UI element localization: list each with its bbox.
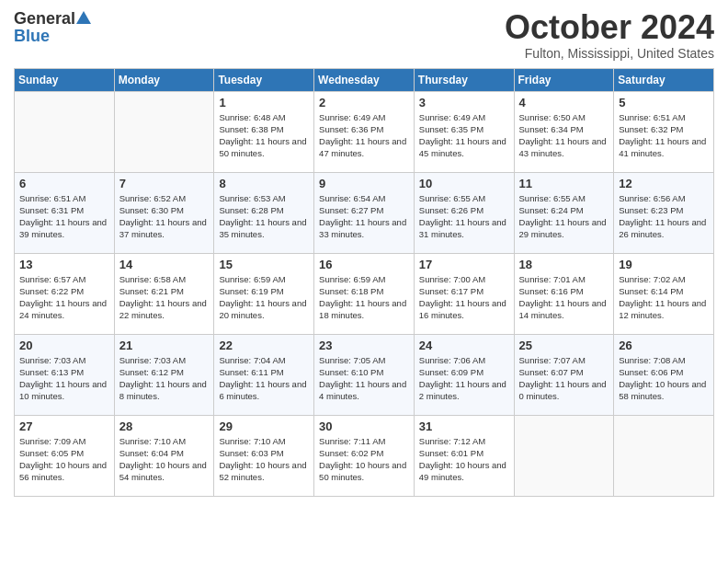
calendar-cell: 20Sunrise: 7:03 AM Sunset: 6:13 PM Dayli…	[15, 334, 115, 415]
day-info: Sunrise: 6:59 AM Sunset: 6:18 PM Dayligh…	[319, 273, 409, 322]
day-number: 19	[619, 258, 709, 271]
day-number: 6	[19, 177, 109, 190]
page-header: General Blue October 2024 Fulton, Missis…	[14, 9, 714, 61]
calendar-week-row: 20Sunrise: 7:03 AM Sunset: 6:13 PM Dayli…	[15, 334, 714, 415]
day-info: Sunrise: 6:57 AM Sunset: 6:22 PM Dayligh…	[19, 273, 109, 322]
location: Fulton, Mississippi, United States	[505, 46, 714, 61]
day-info: Sunrise: 6:51 AM Sunset: 6:31 PM Dayligh…	[19, 192, 109, 241]
day-info: Sunrise: 7:10 AM Sunset: 6:03 PM Dayligh…	[219, 435, 309, 484]
day-info: Sunrise: 7:07 AM Sunset: 6:07 PM Dayligh…	[519, 354, 609, 403]
logo: General Blue	[14, 9, 91, 46]
day-info: Sunrise: 6:48 AM Sunset: 6:38 PM Dayligh…	[219, 111, 309, 160]
day-number: 5	[619, 96, 709, 109]
day-info: Sunrise: 7:05 AM Sunset: 6:10 PM Dayligh…	[319, 354, 409, 403]
day-info: Sunrise: 7:03 AM Sunset: 6:12 PM Dayligh…	[119, 354, 210, 403]
logo-blue-text: Blue	[14, 27, 50, 46]
month-title: October 2024	[505, 9, 714, 46]
calendar-cell: 21Sunrise: 7:03 AM Sunset: 6:12 PM Dayli…	[114, 334, 214, 415]
day-number: 25	[519, 339, 609, 352]
calendar-cell: 31Sunrise: 7:12 AM Sunset: 6:01 PM Dayli…	[414, 415, 514, 496]
logo-general-text: General	[14, 9, 75, 29]
calendar-week-row: 1Sunrise: 6:48 AM Sunset: 6:38 PM Daylig…	[15, 91, 714, 172]
day-number: 9	[319, 177, 409, 190]
day-info: Sunrise: 7:10 AM Sunset: 6:04 PM Dayligh…	[119, 435, 210, 484]
day-number: 12	[619, 177, 709, 190]
day-number: 11	[519, 177, 609, 190]
calendar-cell: 10Sunrise: 6:55 AM Sunset: 6:26 PM Dayli…	[414, 172, 514, 253]
calendar-cell: 14Sunrise: 6:58 AM Sunset: 6:21 PM Dayli…	[114, 253, 214, 334]
day-info: Sunrise: 7:08 AM Sunset: 6:06 PM Dayligh…	[619, 354, 709, 403]
calendar-cell: 9Sunrise: 6:54 AM Sunset: 6:27 PM Daylig…	[314, 172, 415, 253]
day-number: 14	[119, 258, 210, 271]
day-number: 4	[519, 96, 609, 109]
calendar-cell: 16Sunrise: 6:59 AM Sunset: 6:18 PM Dayli…	[314, 253, 415, 334]
calendar-cell: 29Sunrise: 7:10 AM Sunset: 6:03 PM Dayli…	[214, 415, 314, 496]
day-info: Sunrise: 7:02 AM Sunset: 6:14 PM Dayligh…	[619, 273, 709, 322]
day-number: 29	[219, 419, 309, 433]
calendar-cell: 3Sunrise: 6:49 AM Sunset: 6:35 PM Daylig…	[414, 91, 514, 172]
day-info: Sunrise: 7:04 AM Sunset: 6:11 PM Dayligh…	[219, 354, 309, 403]
day-info: Sunrise: 6:55 AM Sunset: 6:26 PM Dayligh…	[419, 192, 509, 241]
day-info: Sunrise: 6:49 AM Sunset: 6:36 PM Dayligh…	[319, 111, 409, 160]
calendar-cell	[15, 91, 115, 172]
calendar-cell: 17Sunrise: 7:00 AM Sunset: 6:17 PM Dayli…	[414, 253, 514, 334]
calendar-cell: 5Sunrise: 6:51 AM Sunset: 6:32 PM Daylig…	[614, 91, 714, 172]
day-number: 2	[319, 96, 409, 109]
weekday-header-tuesday: Tuesday	[214, 68, 314, 91]
calendar-cell: 6Sunrise: 6:51 AM Sunset: 6:31 PM Daylig…	[15, 172, 115, 253]
day-number: 20	[19, 339, 109, 352]
calendar-cell: 18Sunrise: 7:01 AM Sunset: 6:16 PM Dayli…	[514, 253, 614, 334]
day-info: Sunrise: 7:03 AM Sunset: 6:13 PM Dayligh…	[19, 354, 109, 403]
calendar-cell	[614, 415, 714, 496]
svg-marker-0	[76, 11, 91, 24]
day-info: Sunrise: 7:09 AM Sunset: 6:05 PM Dayligh…	[19, 435, 109, 484]
calendar-header: SundayMondayTuesdayWednesdayThursdayFrid…	[15, 68, 714, 91]
weekday-header-row: SundayMondayTuesdayWednesdayThursdayFrid…	[15, 68, 714, 91]
day-number: 3	[419, 96, 509, 109]
weekday-header-friday: Friday	[514, 68, 614, 91]
calendar-cell: 4Sunrise: 6:50 AM Sunset: 6:34 PM Daylig…	[514, 91, 614, 172]
day-info: Sunrise: 6:53 AM Sunset: 6:28 PM Dayligh…	[219, 192, 309, 241]
day-number: 30	[319, 419, 409, 433]
calendar-cell: 1Sunrise: 6:48 AM Sunset: 6:38 PM Daylig…	[214, 91, 314, 172]
day-number: 22	[219, 339, 309, 352]
day-number: 1	[219, 96, 309, 109]
calendar-cell: 28Sunrise: 7:10 AM Sunset: 6:04 PM Dayli…	[114, 415, 214, 496]
day-info: Sunrise: 6:56 AM Sunset: 6:23 PM Dayligh…	[619, 192, 709, 241]
calendar-cell: 13Sunrise: 6:57 AM Sunset: 6:22 PM Dayli…	[15, 253, 115, 334]
day-info: Sunrise: 7:11 AM Sunset: 6:02 PM Dayligh…	[319, 435, 409, 484]
day-info: Sunrise: 6:49 AM Sunset: 6:35 PM Dayligh…	[419, 111, 509, 160]
day-number: 8	[219, 177, 309, 190]
day-info: Sunrise: 6:55 AM Sunset: 6:24 PM Dayligh…	[519, 192, 609, 241]
day-info: Sunrise: 7:12 AM Sunset: 6:01 PM Dayligh…	[419, 435, 509, 484]
calendar-week-row: 13Sunrise: 6:57 AM Sunset: 6:22 PM Dayli…	[15, 253, 714, 334]
calendar-cell: 2Sunrise: 6:49 AM Sunset: 6:36 PM Daylig…	[314, 91, 415, 172]
calendar-week-row: 27Sunrise: 7:09 AM Sunset: 6:05 PM Dayli…	[15, 415, 714, 496]
calendar-cell: 26Sunrise: 7:08 AM Sunset: 6:06 PM Dayli…	[614, 334, 714, 415]
weekday-header-monday: Monday	[114, 68, 214, 91]
day-number: 27	[19, 419, 109, 433]
day-info: Sunrise: 7:00 AM Sunset: 6:17 PM Dayligh…	[419, 273, 509, 322]
calendar-cell	[514, 415, 614, 496]
calendar-cell: 7Sunrise: 6:52 AM Sunset: 6:30 PM Daylig…	[114, 172, 214, 253]
weekday-header-wednesday: Wednesday	[314, 68, 415, 91]
day-number: 26	[619, 339, 709, 352]
day-info: Sunrise: 6:59 AM Sunset: 6:19 PM Dayligh…	[219, 273, 309, 322]
calendar-cell: 22Sunrise: 7:04 AM Sunset: 6:11 PM Dayli…	[214, 334, 314, 415]
day-number: 24	[419, 339, 509, 352]
day-info: Sunrise: 7:01 AM Sunset: 6:16 PM Dayligh…	[519, 273, 609, 322]
day-number: 18	[519, 258, 609, 271]
calendar-cell: 23Sunrise: 7:05 AM Sunset: 6:10 PM Dayli…	[314, 334, 415, 415]
calendar-cell: 24Sunrise: 7:06 AM Sunset: 6:09 PM Dayli…	[414, 334, 514, 415]
day-info: Sunrise: 6:58 AM Sunset: 6:21 PM Dayligh…	[119, 273, 210, 322]
calendar-cell: 12Sunrise: 6:56 AM Sunset: 6:23 PM Dayli…	[614, 172, 714, 253]
day-number: 7	[119, 177, 210, 190]
day-number: 10	[419, 177, 509, 190]
calendar-cell: 27Sunrise: 7:09 AM Sunset: 6:05 PM Dayli…	[15, 415, 115, 496]
day-number: 16	[319, 258, 409, 271]
day-info: Sunrise: 6:50 AM Sunset: 6:34 PM Dayligh…	[519, 111, 609, 160]
calendar-cell: 15Sunrise: 6:59 AM Sunset: 6:19 PM Dayli…	[214, 253, 314, 334]
calendar-week-row: 6Sunrise: 6:51 AM Sunset: 6:31 PM Daylig…	[15, 172, 714, 253]
day-number: 31	[419, 419, 509, 433]
logo-icon	[76, 11, 91, 24]
